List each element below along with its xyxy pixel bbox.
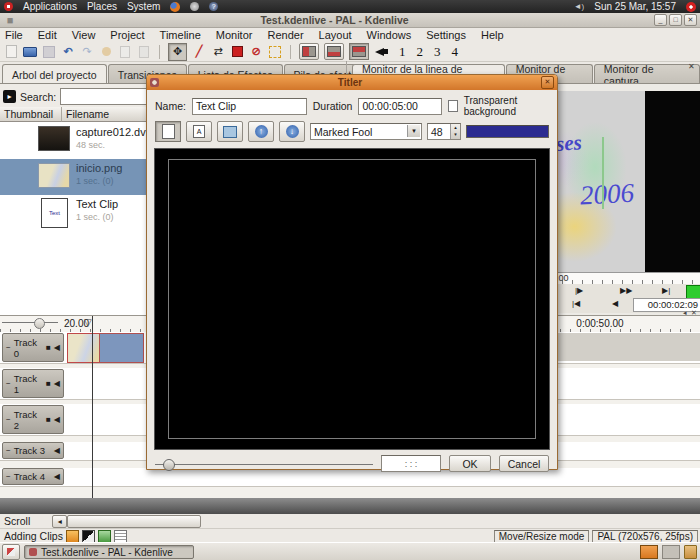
panel-menu-places[interactable]: Places [87,1,117,12]
save-icon[interactable] [42,45,56,58]
track-audio-icon[interactable]: ◀ [54,447,60,455]
select-zone-button[interactable] [268,45,282,58]
window-titlebar[interactable]: ■ Test.kdenlive - PAL - Kdenlive _ □ ✕ [0,13,700,28]
collapse-track-icon[interactable]: − [6,416,11,424]
open-file-icon[interactable] [23,45,37,58]
font-size-spinner[interactable]: 48▴▾ [427,123,461,140]
track-video-icon[interactable]: ■ [46,380,51,388]
move-tool-button[interactable]: ✥ [168,43,187,61]
trash-icon[interactable] [684,545,697,559]
collapse-track-icon[interactable]: − [6,344,11,352]
workspace-1-cell[interactable] [640,545,658,559]
menu-file[interactable]: File [5,29,23,41]
stop-button[interactable]: ⊘ [249,45,263,58]
layout-1-button[interactable] [299,43,319,60]
track-header-4[interactable]: − Track 4 ◀ [2,468,64,485]
track-header-3[interactable]: − Track 3 ◀ [2,442,64,459]
paste-icon[interactable] [137,45,151,58]
track-audio-icon[interactable]: ◀ [54,380,60,388]
text-color-swatch[interactable] [466,125,549,138]
layout-number-labels[interactable]: 1234 [399,44,469,60]
lower-object-button[interactable]: ↓ [279,121,305,142]
update-icon[interactable] [190,2,199,11]
collapse-track-icon[interactable]: − [6,380,11,388]
cut-icon[interactable] [99,45,113,58]
undo-icon[interactable]: ↶ [61,45,75,58]
dialog-timecode-field[interactable]: : : : [381,455,441,472]
horn-icon[interactable] [374,45,388,58]
timeline-playhead[interactable] [92,316,93,498]
power-icon[interactable] [686,2,696,12]
scrollbar-thumb[interactable] [67,515,201,528]
name-input[interactable]: Text Clip [192,98,307,115]
tab-capture-monitor[interactable]: Monitor de captura [594,64,700,84]
menu-windows[interactable]: Windows [367,29,412,41]
workspace-2-cell[interactable] [662,545,680,559]
playhead-marker-icon[interactable]: ▽ [84,317,92,328]
menu-settings[interactable]: Settings [426,29,466,41]
fast-forward-icon[interactable]: ▶▶ [620,287,632,295]
dock-close-icon[interactable]: ✕ [688,62,695,71]
help-icon[interactable]: ? [209,2,218,11]
menu-layout[interactable]: Layout [319,29,352,41]
ok-button[interactable]: OK [449,455,491,472]
transparent-background-checkbox[interactable] [448,100,458,112]
track-audio-icon[interactable]: ◀ [54,416,60,424]
timeline-zoom-slider[interactable] [2,322,58,323]
monitor-timecode[interactable]: 00:00:02:09 [633,298,700,312]
spinner-arrows-icon[interactable]: ▴▾ [450,124,460,139]
redo-icon[interactable]: ↷ [80,45,94,58]
menu-view[interactable]: View [72,29,96,41]
collapse-track-icon[interactable]: − [6,473,11,481]
clear-search-icon[interactable]: ▸ [3,90,16,103]
layout-2-button[interactable] [324,43,344,60]
menu-help[interactable]: Help [481,29,504,41]
select-tool-button[interactable] [155,121,181,142]
new-document-icon[interactable] [4,45,18,58]
panel-menu-applications[interactable]: Applications [23,1,77,12]
go-end-icon[interactable]: ▶| [662,287,670,295]
tab-project-tree[interactable]: Arbol del proyecto [2,64,107,84]
volume-icon[interactable]: ◄) [574,2,585,11]
minimize-button[interactable]: _ [654,14,667,26]
menu-timeline[interactable]: Timeline [160,29,201,41]
dialog-close-icon[interactable]: ✕ [541,76,554,89]
maximize-button[interactable]: □ [669,14,682,26]
track-video-icon[interactable]: ■ [46,416,51,424]
razor-tool-button[interactable]: ╱ [192,45,206,58]
zoom-slider-handle[interactable] [34,318,45,329]
copy-icon[interactable] [118,45,132,58]
add-text-button[interactable]: A [186,121,212,142]
duration-input[interactable]: 00:00:05:00 [358,98,441,115]
column-filename[interactable]: Filename [62,107,157,122]
menu-monitor[interactable]: Monitor [216,29,253,41]
show-desktop-button[interactable] [2,544,20,560]
menu-project[interactable]: Project [110,29,144,41]
task-button-kdenlive[interactable]: Test.kdenlive - PAL - Kdenlive [24,545,194,559]
dialog-titlebar[interactable]: Titler ✕ [147,75,557,90]
track-video-icon[interactable]: ■ [46,344,51,352]
frame-forward-icon[interactable]: |▶ [575,287,583,295]
distro-icon[interactable] [4,2,13,11]
raise-object-button[interactable]: ↑ [248,121,274,142]
track-header-1[interactable]: − Track 1 ■ ◀ [2,369,64,398]
panel-menu-system[interactable]: System [127,1,160,12]
add-rect-button[interactable] [217,121,243,142]
column-thumbnail[interactable]: Thumbnail [0,107,62,122]
collapse-track-icon[interactable]: − [6,447,11,455]
time-slider-handle[interactable] [163,459,175,471]
time-slider[interactable] [155,458,373,470]
scrollbar-left-arrow[interactable]: ◂ [52,515,67,528]
title-canvas[interactable] [154,148,550,450]
track-header-0[interactable]: − Track 0 ■ ◀ [2,333,64,362]
resize-tool-button[interactable]: ⇄ [211,45,225,58]
timeline-clip-blue[interactable] [99,333,144,363]
go-start-icon[interactable]: |◀ [572,300,580,308]
panel-clock[interactable]: Sun 25 Mar, 15:57 [594,1,676,12]
cancel-button[interactable]: Cancel [499,455,549,472]
play-zone-button[interactable] [686,285,700,299]
timeline-clip-image[interactable] [67,333,100,363]
close-button[interactable]: ✕ [684,14,697,26]
layout-3-button[interactable] [349,43,369,60]
firefox-icon[interactable] [170,2,180,12]
